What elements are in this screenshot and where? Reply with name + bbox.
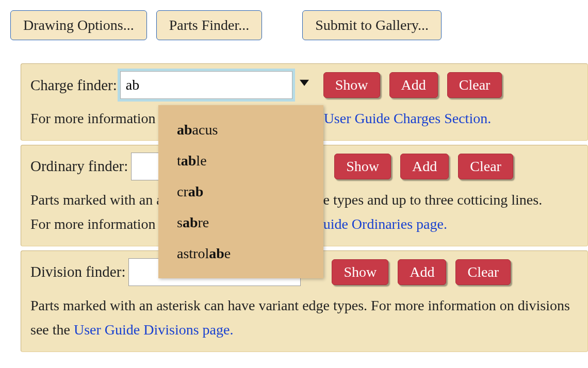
ordinary-add-button[interactable]: Add — [400, 154, 449, 179]
division-show-button[interactable]: Show — [332, 259, 388, 285]
charge-finder-input[interactable] — [120, 71, 292, 99]
charge-add-button[interactable]: Add — [389, 72, 438, 98]
autocomplete-item[interactable]: abacus — [158, 114, 323, 145]
autocomplete-dropdown: abacus table crab sabre astrolabe — [158, 105, 323, 278]
ordinary-finder-label: Ordinary finder: — [30, 158, 128, 175]
charge-finder-label: Charge finder: — [30, 77, 117, 94]
ordinary-show-button[interactable]: Show — [334, 154, 391, 179]
autocomplete-item[interactable]: astrolabe — [158, 238, 323, 269]
chevron-down-icon[interactable] — [300, 80, 309, 86]
submit-gallery-button[interactable]: Submit to Gallery... — [302, 10, 442, 40]
autocomplete-item[interactable]: crab — [158, 176, 323, 207]
autocomplete-item[interactable]: sabre — [158, 207, 323, 238]
charge-show-button[interactable]: Show — [323, 72, 380, 98]
division-info-text: Parts marked with an asterisk can have v… — [30, 293, 587, 342]
division-clear-button[interactable]: Clear — [455, 259, 511, 285]
drawing-options-button[interactable]: Drawing Options... — [10, 10, 147, 40]
charge-finder-panel: Charge finder: Show Add Clear For more i… — [21, 63, 588, 141]
division-finder-label: Division finder: — [30, 263, 125, 280]
charge-clear-button[interactable]: Clear — [447, 72, 502, 98]
top-button-bar: Drawing Options... Parts Finder... Submi… — [10, 10, 588, 40]
parts-finder-button[interactable]: Parts Finder... — [156, 10, 263, 40]
division-guide-link[interactable]: User Guide Divisions page. — [74, 322, 234, 338]
charge-guide-link[interactable]: User Guide Charges Section. — [324, 110, 492, 126]
ordinary-clear-button[interactable]: Clear — [458, 154, 513, 179]
division-add-button[interactable]: Add — [398, 259, 446, 285]
autocomplete-item[interactable]: table — [158, 145, 323, 176]
